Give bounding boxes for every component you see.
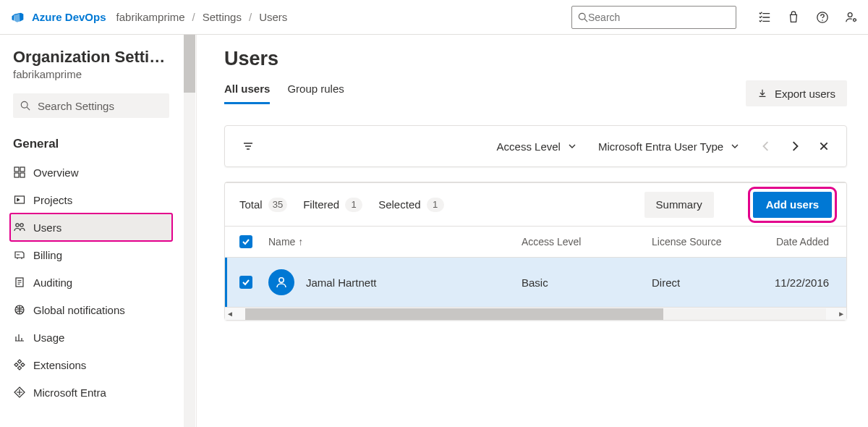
sidebar-item-label: Usage — [33, 331, 64, 344]
svg-line-7 — [27, 107, 30, 110]
column-header-date[interactable]: Date Added — [775, 236, 832, 248]
sidebar: Organization Settin… fabrikamprime Searc… — [0, 35, 182, 427]
breadcrumb-users[interactable]: Users — [259, 11, 287, 23]
sidebar-search-input[interactable]: Search Settings — [13, 93, 169, 118]
scroll-right-icon[interactable]: ► — [836, 310, 846, 318]
sort-ascending-icon: ↑ — [298, 236, 303, 248]
sidebar-item-billing[interactable]: Billing — [13, 241, 169, 269]
breadcrumb-settings[interactable]: Settings — [203, 11, 242, 23]
users-table-card: Total35 Filtered1 Selected1 Summary Add … — [224, 182, 847, 321]
column-header-name[interactable]: Name↑ — [268, 236, 522, 248]
sidebar-item-projects[interactable]: Projects — [13, 186, 169, 214]
tabs: All users Group rules — [224, 83, 344, 104]
user-name: Jamal Hartnett — [306, 276, 377, 289]
entra-user-type-dropdown[interactable]: Microsoft Entra User Type — [598, 140, 739, 153]
export-users-label: Export users — [775, 88, 835, 100]
topbar: Azure DevOps fabrikamprime / Settings / … — [0, 0, 868, 35]
user-date-added: 11/22/2016 — [775, 276, 832, 289]
sidebar-item-auditing[interactable]: Auditing — [13, 269, 169, 296]
billing-icon — [13, 248, 26, 261]
user-license-source: Direct — [652, 276, 775, 289]
sidebar-item-global-notifications[interactable]: Global notifications — [13, 296, 169, 324]
svg-rect-8 — [14, 167, 19, 172]
row-checkbox[interactable] — [239, 276, 252, 289]
sidebar-item-users[interactable]: Users — [10, 214, 172, 241]
global-search-input[interactable] — [571, 6, 736, 29]
sidebar-item-label: Billing — [33, 249, 62, 261]
projects-icon — [13, 193, 26, 206]
task-list-icon[interactable] — [758, 11, 771, 24]
filter-prev-button[interactable] — [761, 141, 771, 151]
filter-next-button[interactable] — [790, 141, 800, 151]
sidebar-item-label: Overview — [33, 166, 79, 179]
entra-icon — [13, 386, 26, 399]
stat-total: Total35 — [239, 198, 287, 212]
select-all-checkbox[interactable] — [239, 235, 252, 248]
sidebar-item-usage[interactable]: Usage — [13, 324, 169, 351]
sidebar-scrollbar[interactable] — [182, 35, 197, 427]
dropdown-label: Access Level — [497, 140, 561, 153]
tab-all-users[interactable]: All users — [224, 83, 270, 104]
user-access-level: Basic — [522, 276, 652, 289]
chevron-down-icon — [568, 142, 576, 151]
access-level-dropdown[interactable]: Access Level — [497, 140, 576, 153]
svg-point-5 — [854, 18, 856, 21]
table-row[interactable]: Jamal Hartnett Basic Direct 11/22/2016 — [225, 258, 846, 307]
main-content: Users All users Group rules Export users… — [197, 35, 868, 427]
sidebar-section-heading: General — [13, 137, 169, 151]
auditing-icon — [13, 276, 26, 289]
sidebar-item-label: Auditing — [33, 276, 72, 289]
dropdown-label: Microsoft Entra User Type — [598, 140, 723, 153]
filter-card: Access Level Microsoft Entra User Type — [224, 125, 847, 167]
sidebar-search-placeholder: Search Settings — [38, 100, 114, 112]
scroll-left-icon[interactable]: ◄ — [225, 310, 235, 318]
sidebar-item-label: Global notifications — [33, 304, 125, 316]
global-search-field[interactable] — [588, 12, 730, 23]
stat-filtered: Filtered1 — [303, 198, 362, 212]
sidebar-subtitle: fabrikamprime — [13, 68, 169, 80]
chevron-down-icon — [731, 142, 739, 151]
filter-icon[interactable] — [242, 140, 254, 152]
user-settings-icon[interactable] — [845, 11, 858, 24]
svg-point-17 — [279, 278, 284, 282]
search-icon — [20, 101, 30, 111]
overview-icon — [13, 166, 26, 179]
filter-close-button[interactable] — [819, 141, 829, 151]
marketplace-icon[interactable] — [787, 11, 800, 24]
help-icon[interactable] — [816, 11, 829, 24]
export-users-button[interactable]: Export users — [746, 80, 847, 106]
svg-point-0 — [579, 13, 585, 20]
breadcrumb-org[interactable]: fabrikamprime — [116, 11, 185, 23]
summary-button[interactable]: Summary — [644, 192, 714, 218]
sidebar-title: Organization Settin… — [13, 48, 169, 67]
column-header-access[interactable]: Access Level — [522, 236, 652, 248]
users-icon — [13, 221, 26, 234]
top-icon-group — [758, 11, 858, 24]
breadcrumb-separator: / — [249, 11, 252, 23]
svg-point-13 — [16, 224, 19, 227]
page-title: Users — [224, 48, 847, 70]
sidebar-item-extensions[interactable]: Extensions — [13, 351, 169, 379]
svg-rect-11 — [20, 173, 25, 177]
extensions-icon — [13, 358, 26, 371]
add-users-button[interactable]: Add users — [753, 192, 832, 218]
svg-point-6 — [21, 101, 27, 108]
sidebar-item-microsoft-entra[interactable]: Microsoft Entra — [13, 379, 169, 406]
column-header-source[interactable]: License Source — [652, 236, 775, 248]
brand-name[interactable]: Azure DevOps — [32, 11, 106, 23]
sidebar-item-overview[interactable]: Overview — [13, 158, 169, 186]
user-avatar-icon — [268, 269, 294, 295]
breadcrumb-separator: / — [192, 11, 195, 23]
svg-point-4 — [848, 12, 852, 17]
download-icon — [757, 88, 767, 98]
table-header: Name↑ Access Level License Source Date A… — [225, 226, 846, 258]
sidebar-item-label: Microsoft Entra — [33, 386, 106, 399]
sidebar-item-label: Projects — [33, 194, 72, 206]
usage-icon — [13, 331, 26, 344]
sidebar-item-label: Extensions — [33, 359, 86, 371]
table-horizontal-scrollbar[interactable]: ◄ ► — [225, 307, 846, 320]
svg-point-3 — [822, 20, 823, 21]
svg-line-1 — [584, 19, 587, 22]
tab-group-rules[interactable]: Group rules — [287, 83, 344, 104]
svg-rect-9 — [20, 167, 25, 172]
